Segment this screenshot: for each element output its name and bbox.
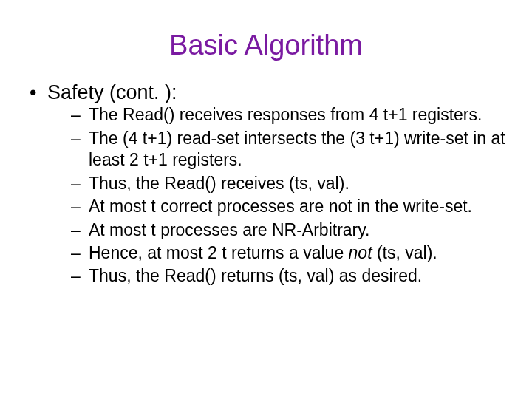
point-text: The (4 t+1) read-set intersects the (3 t… <box>89 129 505 169</box>
point-text: Thus, the Read() returns (ts, val) as de… <box>89 266 422 285</box>
level2-item: The (4 t+1) read-set intersects the (3 t… <box>71 128 510 171</box>
level2-item: Thus, the Read() receives (ts, val). <box>71 173 510 194</box>
bullet-list: Safety (cont. ): The Read() receives res… <box>22 81 510 287</box>
sublist: The Read() receives responses from 4 t+1… <box>47 104 510 287</box>
level2-item: Hence, at most 2 t returns a value not (… <box>71 242 510 264</box>
level2-item: The Read() receives responses from 4 t+1… <box>71 104 510 126</box>
point-text-a: Hence, at most 2 t returns a value <box>89 243 349 262</box>
slide-container: Basic Algorithm Safety (cont. ): The Rea… <box>0 0 532 399</box>
point-text: At most t processes are NR-Arbitrary. <box>89 220 369 239</box>
point-text: The Read() receives responses from 4 t+1… <box>89 105 482 124</box>
level2-item: At most t processes are NR-Arbitrary. <box>71 219 510 241</box>
slide-title: Basic Algorithm <box>22 30 510 61</box>
level2-item: At most t correct processes are not in t… <box>71 196 510 217</box>
level2-item: Thus, the Read() returns (ts, val) as de… <box>71 265 510 287</box>
point-text-b: (ts, val). <box>372 243 437 262</box>
not-emphasis: not <box>349 243 372 262</box>
point-text: At most t correct processes are not in t… <box>89 197 472 216</box>
point-text: Thus, the Read() receives (ts, val). <box>89 174 349 193</box>
level1-text: Safety (cont. ): <box>47 81 177 103</box>
level1-item: Safety (cont. ): The Read() receives res… <box>27 81 510 287</box>
